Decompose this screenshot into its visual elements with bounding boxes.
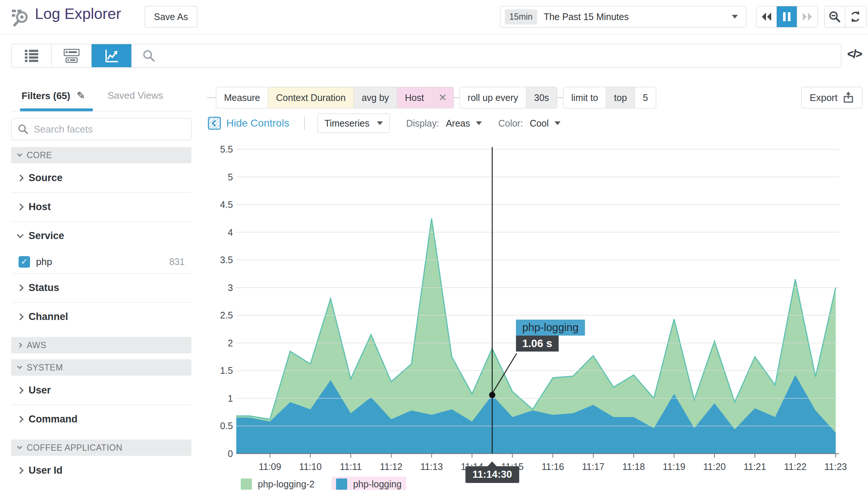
chevron-down-icon <box>17 444 22 449</box>
color-dropdown[interactable]: Cool <box>530 118 560 129</box>
search-icon <box>142 49 155 62</box>
query-pill-context-duration[interactable]: Context Duration <box>268 87 354 108</box>
facet-group-coffee-application[interactable]: COFFEE APPLICATION <box>11 440 191 456</box>
legend-item-php-logging[interactable]: php-logging <box>332 477 406 490</box>
facet-channel[interactable]: Channel <box>11 302 191 331</box>
export-label: Export <box>810 92 838 104</box>
list-view-button[interactable] <box>11 44 52 67</box>
legend-item-php-logging-2[interactable]: php-logging-2 <box>236 477 319 490</box>
facet-user-id[interactable]: User Id <box>11 456 191 485</box>
y-axis-label: 3 <box>228 282 233 293</box>
x-axis-label: 11:18 <box>622 461 645 472</box>
chevron-down-icon <box>555 121 560 125</box>
chart-legend: php-logging-2php-logging <box>236 477 406 490</box>
timeseries-chart[interactable]: 00.511.522.533.544.555.511:0911:1011:111… <box>202 141 868 479</box>
hide-controls-link[interactable]: Hide Controls <box>226 117 289 129</box>
code-view-icon[interactable]: </> <box>847 48 862 61</box>
detail-view-button[interactable] <box>52 44 92 67</box>
remove-filter-icon[interactable]: ✕ <box>432 87 453 108</box>
chevron-right-icon <box>17 203 23 210</box>
query-pill-top[interactable]: top <box>606 87 635 108</box>
query-pill-30s[interactable]: 30s <box>526 87 557 108</box>
edit-pencil-icon[interactable]: ✎ <box>77 90 85 101</box>
y-axis-label: 2.5 <box>220 310 233 320</box>
pause-button[interactable] <box>777 6 797 27</box>
fast-forward-button[interactable] <box>797 6 818 27</box>
query-connector <box>557 97 563 98</box>
legend-label: php-logging-2 <box>258 479 315 490</box>
log-explorer-logo-icon <box>11 8 30 28</box>
facet-command[interactable]: Command <box>11 405 191 434</box>
x-axis-label: 11:21 <box>744 461 766 472</box>
time-range-selector[interactable]: 15min The Past 15 Minutes <box>500 6 746 27</box>
query-pill-avg-by[interactable]: avg by <box>354 87 397 108</box>
time-range-label: The Past 15 Minutes <box>544 12 732 22</box>
facet-group-aws[interactable]: AWS <box>11 337 191 353</box>
tab-filters[interactable]: Filters (65) ✎ <box>22 90 85 102</box>
graph-type-dropdown[interactable]: Timeseries <box>318 114 390 133</box>
y-axis-label: 1 <box>228 393 233 404</box>
x-axis-label: 11:10 <box>299 461 322 472</box>
facet-search-input[interactable] <box>34 124 175 135</box>
query-pill-host[interactable]: Host <box>397 87 432 108</box>
header: Log Explorer Save As 15min The Past 15 M… <box>0 0 868 34</box>
x-axis-label: 11:11 <box>340 461 362 472</box>
refresh-button[interactable] <box>845 6 866 27</box>
color-label: Color: <box>498 118 523 129</box>
x-axis-label: 11:17 <box>582 461 605 472</box>
chevron-down-icon <box>476 121 482 125</box>
tab-saved-views[interactable]: Saved Views <box>108 90 163 101</box>
display-label: Display: <box>406 118 439 129</box>
facet-label: Service <box>29 230 64 242</box>
facet-item-php[interactable]: ✓php831 <box>11 250 191 273</box>
facet-user[interactable]: User <box>11 376 191 405</box>
query-connector <box>207 97 216 98</box>
facet-search-box <box>11 118 191 140</box>
hide-controls-icon[interactable] <box>208 117 221 130</box>
x-axis-label: 11:09 <box>259 461 281 472</box>
chevron-right-icon <box>17 284 23 291</box>
checkbox-php[interactable]: ✓ <box>19 256 30 268</box>
x-axis-label: 11:22 <box>784 461 807 472</box>
rewind-button[interactable] <box>756 6 777 27</box>
facet-host[interactable]: Host <box>11 192 191 221</box>
facet-source[interactable]: Source <box>11 163 191 192</box>
rewind-icon <box>760 11 773 22</box>
search-icon <box>17 124 29 135</box>
hover-point-marker <box>489 392 495 398</box>
facet-group-system[interactable]: SYSTEM <box>11 359 191 376</box>
query-pill-5[interactable]: 5 <box>635 87 656 108</box>
hover-time-badge: 11:14:30 <box>466 466 519 483</box>
y-axis-label: 5.5 <box>220 144 233 154</box>
fast-forward-icon <box>801 11 813 22</box>
query-pill-roll-up-every[interactable]: roll up every <box>460 87 526 108</box>
facet-service[interactable]: Service <box>11 221 191 250</box>
divider <box>304 117 305 130</box>
log-search-input[interactable] <box>161 46 841 65</box>
zoom-out-icon <box>828 10 841 23</box>
chevron-right-icon <box>17 387 23 393</box>
y-axis-label: 4.5 <box>220 199 233 210</box>
facet-group-core[interactable]: CORE <box>11 147 191 163</box>
x-axis-label: 11:23 <box>825 461 847 472</box>
display-dropdown[interactable]: Areas <box>446 118 482 129</box>
facet-label: Channel <box>29 311 68 323</box>
zoom-out-button[interactable] <box>825 6 845 27</box>
facet-label: Host <box>29 201 51 213</box>
list-view-icon <box>23 48 40 63</box>
save-as-button[interactable]: Save As <box>145 6 197 27</box>
query-pill-measure[interactable]: Measure <box>216 87 268 108</box>
facet-status[interactable]: Status <box>11 273 191 302</box>
timeseries-view-button[interactable] <box>92 44 132 67</box>
x-axis-label: 11:13 <box>420 461 443 472</box>
y-axis-label: 5 <box>228 172 233 182</box>
export-button[interactable]: Export <box>801 87 862 108</box>
facet-label: Command <box>29 414 78 425</box>
facet-label: Status <box>29 282 59 294</box>
query-group-0: MeasureContext Durationavg byHost✕ <box>216 87 454 108</box>
y-axis-label: 0 <box>228 448 233 459</box>
playback-controls <box>756 6 818 27</box>
chevron-right-icon <box>17 343 22 348</box>
y-axis-label: 3.5 <box>220 255 233 265</box>
query-pill-limit-to[interactable]: limit to <box>563 87 606 108</box>
